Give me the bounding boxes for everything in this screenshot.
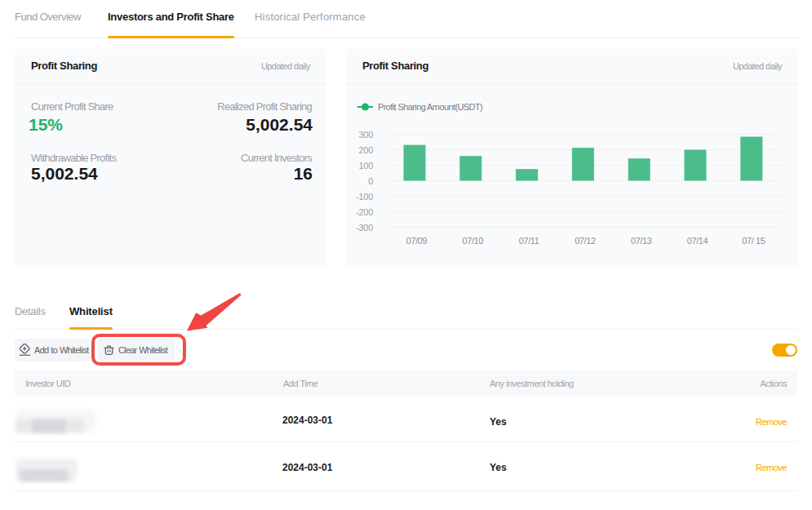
svg-text:-200: -200 [356, 207, 373, 217]
svg-text:07/11: 07/11 [519, 236, 539, 246]
svg-text:07/09: 07/09 [406, 236, 428, 246]
svg-text:-100: -100 [356, 192, 373, 202]
svg-text:300: 300 [359, 130, 374, 140]
svg-text:200: 200 [359, 145, 374, 155]
svg-text:100: 100 [359, 161, 374, 171]
svg-text:07/10: 07/10 [463, 236, 484, 246]
svg-text:0: 0 [368, 176, 373, 186]
svg-text:07/12: 07/12 [575, 236, 596, 246]
svg-text:Profit Sharing Amount(USDT): Profit Sharing Amount(USDT) [378, 102, 482, 112]
svg-text:-300: -300 [356, 223, 373, 233]
svg-text:07/ 15: 07/ 15 [742, 236, 765, 246]
svg-text:07/14: 07/14 [687, 236, 708, 246]
svg-text:07/13: 07/13 [631, 236, 652, 246]
